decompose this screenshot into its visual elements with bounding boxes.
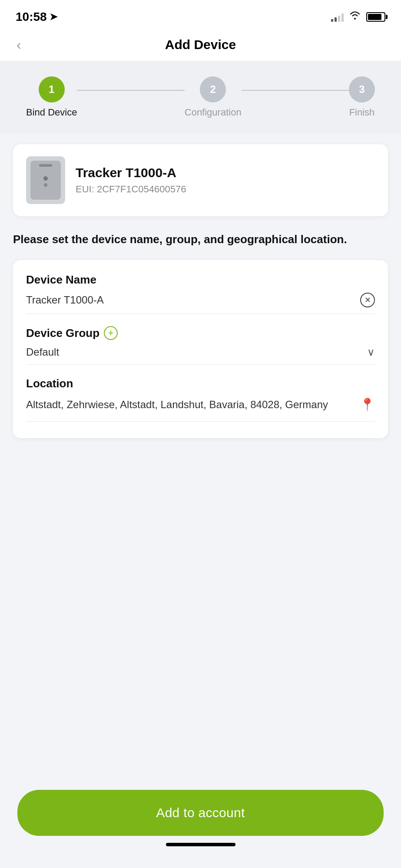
back-button[interactable]: ‹ [13, 35, 25, 55]
location-value: Altstadt, Zehrwiese, Altstadt, Landshut,… [26, 396, 360, 413]
device-name-section: Device Name Tracker T1000-A ✕ [26, 273, 375, 314]
location-label: Location [26, 377, 375, 390]
status-icons [331, 11, 385, 23]
step-3-label: Finish [349, 107, 375, 118]
device-name-label: Device Name [26, 273, 375, 287]
wifi-icon [349, 11, 361, 23]
device-name-input[interactable]: Tracker T1000-A [26, 294, 360, 306]
step-1: 1 Bind Device [26, 76, 77, 118]
device-group-section: Device Group + Default ∨ [26, 326, 375, 365]
device-card: Tracker T1000-A EUI: 2CF7F1C054600576 [13, 144, 388, 216]
signal-icon [331, 12, 344, 22]
status-time: 10:58 ➤ [16, 10, 57, 24]
device-info: Tracker T1000-A EUI: 2CF7F1C054600576 [76, 165, 375, 195]
device-group-label: Device Group + [26, 326, 375, 340]
step-2: 2 Configuration [185, 76, 242, 118]
step-2-circle: 2 [200, 76, 226, 102]
device-eui: EUI: 2CF7F1C054600576 [76, 184, 375, 195]
device-image [26, 156, 65, 204]
device-group-value: Default [26, 346, 367, 358]
nav-header: ‹ Add Device [0, 30, 401, 61]
device-dot-2 [44, 183, 47, 187]
step-1-label: Bind Device [26, 107, 77, 118]
device-thumbnail [30, 161, 61, 200]
steps-container: 1 Bind Device 2 Configuration 3 Finish [0, 61, 401, 134]
home-indicator [166, 843, 235, 846]
battery-icon [366, 12, 385, 22]
steps-row: 1 Bind Device 2 Configuration 3 Finish [26, 76, 375, 118]
step-2-label: Configuration [185, 107, 242, 118]
step-connector-1 [77, 90, 184, 91]
step-3-circle: 3 [349, 76, 375, 102]
form-card: Device Name Tracker T1000-A ✕ Device Gro… [13, 260, 388, 438]
device-name: Tracker T1000-A [76, 165, 375, 180]
status-bar: 10:58 ➤ [0, 0, 401, 30]
page-title: Add Device [165, 37, 236, 52]
location-section: Location Altstadt, Zehrwiese, Altstadt, … [26, 377, 375, 422]
instruction-text: Please set the device name, group, and g… [0, 227, 401, 260]
bottom-section: Add to account [0, 781, 401, 868]
device-group-dropdown[interactable]: Default ∨ [26, 346, 375, 365]
add-to-account-button[interactable]: Add to account [17, 790, 384, 836]
step-connector-2 [242, 90, 349, 91]
chevron-down-icon: ∨ [367, 346, 375, 358]
location-input-row[interactable]: Altstadt, Zehrwiese, Altstadt, Landshut,… [26, 396, 375, 422]
device-name-input-row[interactable]: Tracker T1000-A ✕ [26, 293, 375, 314]
add-group-icon[interactable]: + [104, 326, 118, 340]
location-arrow-icon: ➤ [50, 11, 57, 23]
step-1-circle: 1 [39, 76, 65, 102]
location-pin-icon[interactable]: 📍 [360, 397, 375, 412]
clear-device-name-icon[interactable]: ✕ [360, 293, 375, 307]
step-3: 3 Finish [349, 76, 375, 118]
device-dot-1 [43, 176, 48, 181]
